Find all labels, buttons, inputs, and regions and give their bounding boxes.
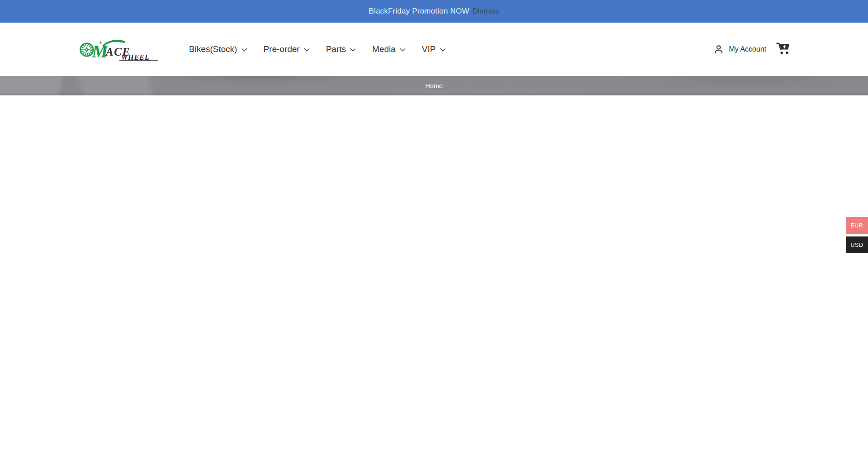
nav-item-vip[interactable]: VIP — [422, 44, 446, 54]
site-header: + M ACE WHEEL Bikes(Stock) Pre-order Par… — [0, 23, 868, 76]
logo-wheel: WHEEL — [121, 53, 150, 61]
nav-item-parts[interactable]: Parts — [326, 44, 356, 54]
breadcrumb-current[interactable]: Home — [425, 82, 443, 90]
cart-button[interactable] — [776, 42, 790, 57]
currency-option-eur[interactable]: EUR — [846, 217, 868, 234]
user-icon — [713, 44, 724, 55]
currency-switcher: EUR USD — [846, 217, 868, 253]
page: BlackFriday Promotion NOW Dismiss + M — [0, 0, 868, 449]
cart-plus-icon — [776, 42, 790, 55]
main-content — [0, 95, 868, 449]
nav-item-media[interactable]: Media — [372, 44, 406, 54]
header-actions: My Account — [713, 23, 790, 76]
chevron-down-icon — [400, 48, 406, 52]
nav-item-label: Pre-order — [264, 44, 300, 54]
main-nav: Bikes(Stock) Pre-order Parts Media VIP — [189, 23, 446, 76]
my-account-label: My Account — [729, 45, 766, 53]
nav-item-label: VIP — [422, 44, 436, 54]
nav-item-pre-order[interactable]: Pre-order — [264, 44, 310, 54]
nav-item-bikes-stock[interactable]: Bikes(Stock) — [189, 44, 247, 54]
dismiss-link[interactable]: Dismiss — [472, 7, 500, 16]
brand-logo[interactable]: + M ACE WHEEL — [78, 38, 159, 61]
chevron-down-icon — [241, 48, 247, 52]
gear-wheel-icon — [80, 43, 93, 56]
nav-item-label: Bikes(Stock) — [189, 44, 237, 54]
currency-option-usd[interactable]: USD — [846, 236, 868, 253]
nav-item-label: Parts — [326, 44, 346, 54]
chevron-down-icon — [304, 48, 310, 52]
my-account-link[interactable]: My Account — [713, 44, 766, 55]
nav-item-label: Media — [372, 44, 396, 54]
chevron-down-icon — [440, 48, 446, 52]
chevron-down-icon — [350, 48, 356, 52]
breadcrumb: Home — [0, 76, 868, 95]
promo-text: BlackFriday Promotion NOW — [369, 7, 469, 16]
promo-banner: BlackFriday Promotion NOW Dismiss — [0, 0, 868, 23]
